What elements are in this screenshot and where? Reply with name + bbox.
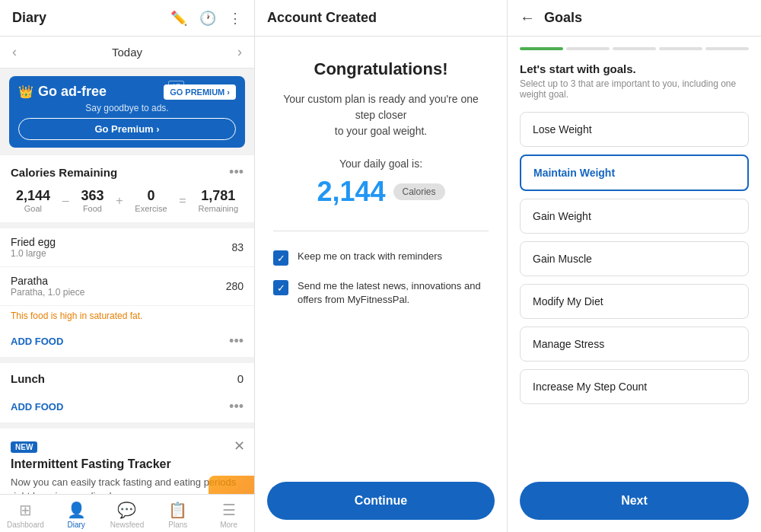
goals-instruction-desc: Select up to 3 that are important to you…: [520, 78, 749, 100]
news-checkbox-row: ✓ Send me the latest news, innovations a…: [273, 279, 489, 307]
exercise-calories: 0: [135, 188, 167, 204]
nav-newsfeed[interactable]: 💬 Newsfeed: [108, 501, 146, 529]
goals-content: Let's start with goals. Select up to 3 t…: [508, 50, 761, 482]
food-label: Food: [81, 204, 103, 213]
goals-header: ← Goals: [508, 0, 761, 37]
food-detail: Paratha, 1.0 piece: [11, 287, 84, 298]
nav-more[interactable]: ☰ More: [210, 501, 248, 529]
history-icon[interactable]: 🕐: [199, 10, 216, 27]
food-calories: 363: [81, 188, 103, 204]
remaining-calories: 1,781: [198, 188, 238, 204]
food-more-button[interactable]: •••: [229, 333, 244, 349]
congrats-title: Congratulations!: [314, 59, 448, 79]
remaining-label: Remaining: [198, 204, 238, 213]
plans-label: Plans: [168, 521, 187, 529]
diary-title: Diary: [12, 10, 158, 26]
goal-lose-weight[interactable]: Lose Weight: [520, 112, 749, 147]
nav-diary[interactable]: 👤 Diary: [57, 501, 95, 529]
food-calories-value: 83: [231, 241, 244, 253]
diary-panel: Diary ✏️ 🕐 ⋮ ‹ Today › 👑 Go ad-free AD G…: [0, 0, 254, 532]
goals-title: Goals: [544, 10, 582, 26]
goals-panel: ← Goals Let's start with goals. Select u…: [508, 0, 761, 532]
food-name: Fried egg: [11, 236, 56, 248]
add-food-row-lunch: ADD FOOD •••: [0, 391, 254, 422]
lunch-label: Lunch: [11, 372, 45, 385]
equals-operator: =: [179, 194, 186, 208]
fasting-title: Intermittent Fasting Tracker: [11, 457, 244, 471]
lunch-section: Lunch 0 ADD FOOD •••: [0, 363, 254, 422]
next-day-button[interactable]: ›: [237, 44, 242, 60]
back-button[interactable]: ←: [520, 9, 535, 27]
goal-calories: 2,144: [16, 188, 50, 204]
plus-operator: +: [116, 194, 123, 208]
food-detail: 1.0 large: [11, 248, 56, 259]
food-calories-value: 280: [226, 280, 244, 292]
next-button[interactable]: Next: [520, 482, 749, 520]
current-day-label: Today: [112, 46, 142, 59]
edit-icon[interactable]: ✏️: [170, 10, 187, 27]
account-header: Account Created: [255, 0, 507, 37]
calories-display: 2,144 Calories: [317, 176, 444, 208]
nav-dashboard[interactable]: ⊞ Dashboard: [6, 501, 44, 529]
crown-icon: 👑: [18, 84, 33, 99]
minus-operator: –: [62, 194, 69, 208]
saturated-fat-warning: This food is high in saturated fat.: [0, 306, 254, 326]
progress-bar: [508, 37, 761, 50]
nav-plans[interactable]: 📋 Plans: [159, 501, 197, 529]
newsfeed-label: Newsfeed: [110, 521, 144, 529]
goals-instruction-title: Let's start with goals.: [520, 62, 749, 75]
lunch-calories: 0: [237, 372, 244, 385]
reminder-label: Keep me on track with reminders: [298, 250, 442, 263]
goal-maintain-weight[interactable]: Maintain Weight: [520, 155, 749, 191]
news-checkbox[interactable]: ✓: [273, 280, 288, 295]
go-premium-outline-button[interactable]: Go Premium ›: [18, 118, 236, 140]
fasting-graphic: [209, 476, 254, 494]
continue-button[interactable]: Continue: [267, 482, 495, 520]
goal-gain-muscle[interactable]: Gain Muscle: [520, 241, 749, 276]
goal-manage-stress[interactable]: Manage Stress: [520, 327, 749, 362]
calories-section: Calories Remaining ••• 2,144 Goal – 363 …: [0, 155, 254, 222]
diary-scroll-content: 👑 Go ad-free AD GO PREMIUM › Say goodbye…: [0, 68, 254, 494]
goal-modify-diet[interactable]: Modify My Diet: [520, 284, 749, 319]
goal-gain-weight[interactable]: Gain Weight: [520, 199, 749, 234]
more-label: More: [220, 521, 237, 529]
new-badge: NEW: [11, 441, 37, 453]
goal-label: Goal: [16, 204, 50, 213]
dashboard-label: Dashboard: [7, 521, 44, 529]
premium-title: Go ad-free: [38, 84, 164, 100]
food-item-paratha[interactable]: Paratha Paratha, 1.0 piece 280: [0, 267, 254, 306]
breakfast-section: Fried egg 1.0 large 83 Paratha Paratha, …: [0, 228, 254, 357]
calories-number: 2,144: [317, 176, 385, 208]
reminder-checkbox[interactable]: ✓: [273, 250, 288, 266]
plans-icon: 📋: [168, 501, 187, 519]
food-item-fried-egg[interactable]: Fried egg 1.0 large 83: [0, 228, 254, 267]
daily-goal-label: Your daily goal is:: [339, 158, 422, 170]
add-food-lunch-button[interactable]: ADD FOOD: [11, 401, 63, 413]
calories-more-button[interactable]: •••: [229, 164, 244, 180]
add-food-row-breakfast: ADD FOOD •••: [0, 326, 254, 357]
more-icon[interactable]: ⋮: [228, 10, 242, 27]
reminder-checkbox-row: ✓ Keep me on track with reminders: [273, 250, 489, 266]
ad-badge: AD: [168, 81, 184, 91]
food-name: Paratha: [11, 275, 84, 287]
diary-nav-label: Diary: [68, 521, 85, 529]
prev-day-button[interactable]: ‹: [12, 44, 17, 60]
close-fasting-card-button[interactable]: ✕: [234, 438, 245, 454]
diary-header: Diary ✏️ 🕐 ⋮: [0, 0, 254, 37]
diary-day-nav: ‹ Today ›: [0, 37, 254, 68]
congrats-desc: Your custom plan is ready and you're one…: [273, 91, 489, 139]
account-title: Account Created: [267, 10, 495, 26]
newsfeed-icon: 💬: [117, 501, 136, 519]
premium-subtitle: Say goodbye to ads.: [18, 103, 236, 113]
divider: [273, 231, 489, 231]
diary-nav-icon: 👤: [67, 501, 86, 519]
goal-increase-step-count[interactable]: Increase My Step Count: [520, 369, 749, 404]
account-content: Congratulations! Your custom plan is rea…: [255, 37, 507, 482]
calories-badge: Calories: [393, 183, 445, 200]
exercise-label: Exercise: [135, 204, 167, 213]
bottom-navigation: ⊞ Dashboard 👤 Diary 💬 Newsfeed 📋 Plans ☰…: [0, 494, 254, 532]
premium-banner: 👑 Go ad-free AD GO PREMIUM › Say goodbye…: [9, 76, 245, 148]
lunch-more-button[interactable]: •••: [229, 399, 244, 415]
add-food-button[interactable]: ADD FOOD: [11, 336, 63, 347]
calories-title: Calories Remaining: [11, 166, 117, 179]
